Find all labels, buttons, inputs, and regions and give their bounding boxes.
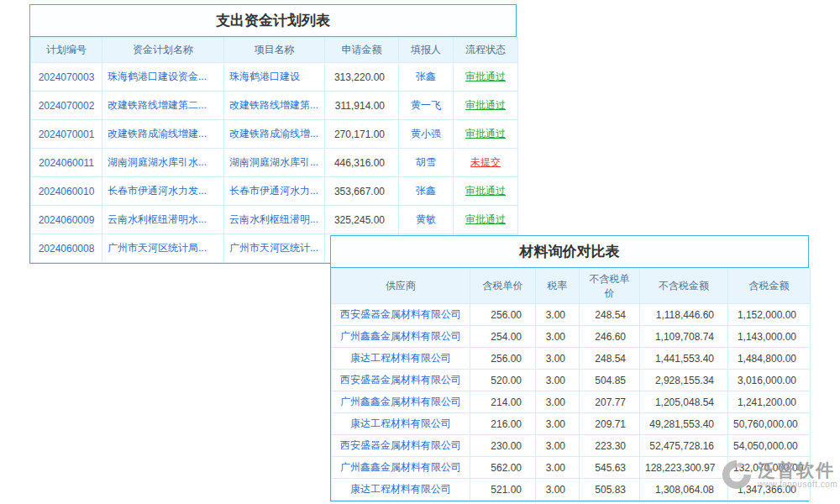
reporter-link[interactable]: 黄敏 (399, 206, 454, 234)
unit-price-with-tax: 256.00 (470, 348, 536, 370)
project-name-link[interactable]: 改建铁路线增建第... (224, 92, 325, 120)
unit-price-without-tax: 246.60 (580, 326, 640, 348)
tax-rate: 3.00 (536, 435, 580, 457)
project-name-link[interactable]: 长春市伊通河水力... (224, 177, 325, 206)
column-header: 填报人 (399, 38, 454, 63)
apply-amount: 313,220.00 (325, 63, 399, 92)
amount-with-tax: 1,241,200.00 (728, 391, 811, 413)
table-row[interactable]: 西安盛器金属材料有限公司256.003.00248.541,118,446.60… (332, 304, 811, 326)
amount-with-tax: 1,143,000.00 (728, 326, 811, 348)
unit-price-without-tax: 209.71 (580, 413, 640, 435)
reporter-link[interactable]: 张鑫 (399, 177, 454, 206)
amount-without-tax: 52,475,728.16 (640, 435, 728, 457)
expenditure-plan-title: 支出资金计划列表 (30, 5, 516, 37)
plan-no-link[interactable]: 2024060010 (31, 177, 102, 206)
plan-no-link[interactable]: 2024070002 (31, 92, 102, 120)
supplier-link[interactable]: 康达工程材料有限公司 (332, 479, 470, 501)
fund-plan-name-link[interactable]: 改建铁路线增建第二... (102, 92, 224, 120)
amount-without-tax: 49,281,553.40 (640, 413, 728, 435)
tax-rate: 3.00 (536, 304, 580, 326)
unit-price-without-tax: 248.54 (580, 348, 640, 370)
amount-with-tax: 50,760,000.00 (728, 413, 811, 435)
amount-without-tax: 128,223,300.97 (640, 457, 728, 479)
workflow-status-link[interactable]: 未提交 (454, 149, 518, 177)
amount-without-tax: 2,928,155.34 (640, 370, 728, 391)
fund-plan-name-link[interactable]: 广州市天河区统计局... (102, 234, 224, 263)
unit-price-without-tax: 504.85 (580, 370, 640, 391)
expenditure-plan-header: 计划编号资金计划名称项目名称申请金额填报人流程状态 (31, 38, 518, 63)
supplier-link[interactable]: 广州鑫鑫金属材料有限公司 (332, 391, 470, 413)
supplier-link[interactable]: 康达工程材料有限公司 (332, 413, 470, 435)
column-header: 不含税单价 (580, 269, 640, 304)
column-header: 计划编号 (31, 38, 102, 63)
column-header: 含税金额 (728, 269, 811, 304)
project-name-link[interactable]: 云南水利枢纽潜明... (224, 206, 325, 234)
reporter-link[interactable]: 胡雪 (399, 149, 454, 177)
table-row[interactable]: 2024070001改建铁路成渝线增建...改建铁路成渝线增...270,171… (31, 120, 518, 149)
amount-with-tax: 3,016,000.00 (728, 370, 811, 391)
unit-price-with-tax: 520.00 (470, 370, 536, 391)
watermark-brand: 泛普软件 (758, 460, 837, 480)
table-row[interactable]: 西安盛器金属材料有限公司230.003.00223.3052,475,728.1… (332, 435, 811, 457)
supplier-link[interactable]: 西安盛器金属材料有限公司 (332, 304, 470, 326)
expenditure-plan-body: 2024070003珠海鹤港口建设资金...珠海鹤港口建设313,220.00张… (31, 63, 518, 263)
table-row[interactable]: 西安盛器金属材料有限公司520.003.00504.852,928,155.34… (332, 370, 811, 391)
expenditure-plan-table: 计划编号资金计划名称项目名称申请金额填报人流程状态 2024070003珠海鹤港… (30, 37, 518, 263)
tax-rate: 3.00 (536, 348, 580, 370)
project-name-link[interactable]: 改建铁路成渝线增... (224, 120, 325, 149)
workflow-status-link[interactable]: 审批通过 (454, 120, 518, 149)
table-row[interactable]: 康达工程材料有限公司216.003.00209.7149,281,553.405… (332, 413, 811, 435)
amount-with-tax: 1,152,000.00 (728, 304, 811, 326)
vendor-watermark: 泛普软件 www.fanpusoft.com (721, 459, 837, 491)
fund-plan-name-link[interactable]: 湖南洞庭湖水库引水... (102, 149, 224, 177)
reporter-link[interactable]: 张鑫 (399, 63, 454, 92)
table-row[interactable]: 2024070002改建铁路线增建第二...改建铁路线增建第...311,914… (31, 92, 518, 120)
tax-rate: 3.00 (536, 326, 580, 348)
column-header: 供应商 (332, 269, 470, 304)
workflow-status-link[interactable]: 审批通过 (454, 206, 518, 234)
supplier-link[interactable]: 康达工程材料有限公司 (332, 348, 470, 370)
unit-price-without-tax: 207.77 (580, 391, 640, 413)
table-row[interactable]: 2024060009云南水利枢纽潜明水...云南水利枢纽潜明...325,245… (31, 206, 518, 234)
project-name-link[interactable]: 湖南洞庭湖水库引... (224, 149, 325, 177)
table-row[interactable]: 广州鑫鑫金属材料有限公司214.003.00207.771,205,048.54… (332, 391, 811, 413)
project-name-link[interactable]: 珠海鹤港口建设 (224, 63, 325, 92)
amount-without-tax: 1,308,064.08 (640, 479, 728, 501)
reporter-link[interactable]: 黄一飞 (399, 92, 454, 120)
table-row[interactable]: 2024060011湖南洞庭湖水库引水...湖南洞庭湖水库引...446,316… (31, 149, 518, 177)
supplier-link[interactable]: 西安盛器金属材料有限公司 (332, 435, 470, 457)
table-row[interactable]: 康达工程材料有限公司256.003.00248.541,441,553.401,… (332, 348, 811, 370)
plan-no-link[interactable]: 2024060009 (31, 206, 102, 234)
table-row[interactable]: 广州鑫鑫金属材料有限公司254.003.00246.601,109,708.74… (332, 326, 811, 348)
workflow-status-link[interactable]: 审批通过 (454, 177, 518, 206)
amount-without-tax: 1,118,446.60 (640, 304, 728, 326)
unit-price-with-tax: 562.00 (470, 457, 536, 479)
tax-rate: 3.00 (536, 370, 580, 391)
unit-price-with-tax: 521.00 (470, 479, 536, 501)
fund-plan-name-link[interactable]: 改建铁路成渝线增建... (102, 120, 224, 149)
material-inquiry-header: 供应商含税单价税率不含税单价不含税金额含税金额 (332, 269, 811, 304)
fund-plan-name-link[interactable]: 云南水利枢纽潜明水... (102, 206, 224, 234)
fund-plan-name-link[interactable]: 长春市伊通河水力发... (102, 177, 224, 206)
amount-with-tax: 54,050,000.00 (728, 435, 811, 457)
supplier-link[interactable]: 广州鑫鑫金属材料有限公司 (332, 326, 470, 348)
fund-plan-name-link[interactable]: 珠海鹤港口建设资金... (102, 63, 224, 92)
column-header: 税率 (536, 269, 580, 304)
unit-price-without-tax: 545.63 (580, 457, 640, 479)
plan-no-link[interactable]: 2024070001 (31, 120, 102, 149)
supplier-link[interactable]: 广州鑫鑫金属材料有限公司 (332, 457, 470, 479)
apply-amount: 325,245.00 (325, 206, 399, 234)
project-name-link[interactable]: 广州市天河区统计... (224, 234, 325, 263)
reporter-link[interactable]: 黄小强 (399, 120, 454, 149)
material-inquiry-title: 材料询价对比表 (331, 236, 808, 268)
plan-no-link[interactable]: 2024070003 (31, 63, 102, 92)
table-row[interactable]: 2024070003珠海鹤港口建设资金...珠海鹤港口建设313,220.00张… (31, 63, 518, 92)
workflow-status-link[interactable]: 审批通过 (454, 63, 518, 92)
plan-no-link[interactable]: 2024060008 (31, 234, 102, 263)
table-row[interactable]: 2024060010长春市伊通河水力发...长春市伊通河水力...353,667… (31, 177, 518, 206)
apply-amount: 446,316.00 (325, 149, 399, 177)
supplier-link[interactable]: 西安盛器金属材料有限公司 (332, 370, 470, 391)
workflow-status-link[interactable]: 审批通过 (454, 92, 518, 120)
plan-no-link[interactable]: 2024060011 (31, 149, 102, 177)
expenditure-plan-panel: 支出资金计划列表 计划编号资金计划名称项目名称申请金额填报人流程状态 20240… (29, 4, 517, 264)
